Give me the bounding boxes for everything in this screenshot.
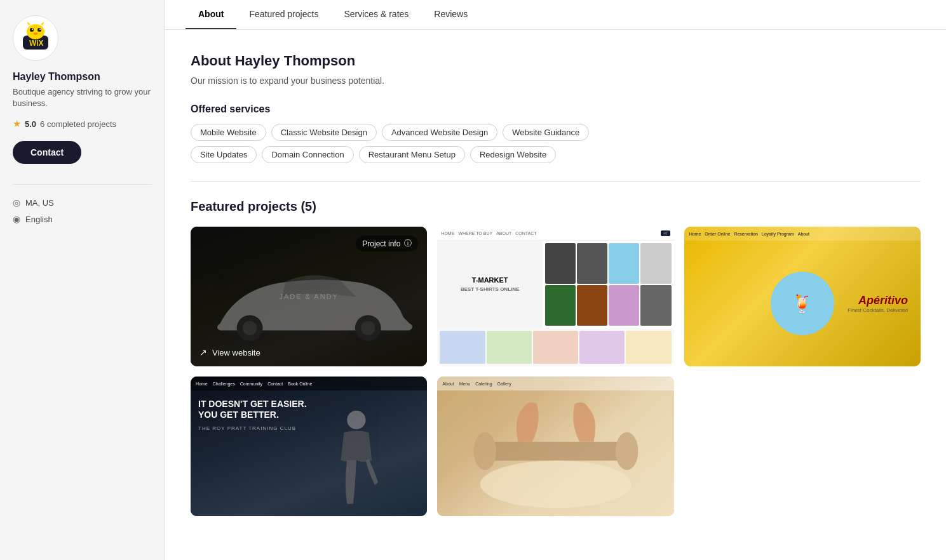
sidebar: WiX Hayley Thompson Boutique agency stri… [0, 0, 165, 560]
svg-point-3 [37, 28, 41, 32]
profile-logo: WiX [13, 15, 58, 61]
svg-point-6 [34, 32, 37, 35]
service-classic-website: Classic Website Design [271, 124, 377, 141]
service-restaurant-menu: Restaurant Menu Setup [359, 146, 465, 163]
completed-projects: 6 completed projects [40, 119, 116, 129]
about-mission: Our mission is to expand your business p… [191, 76, 921, 86]
language-text: English [25, 215, 53, 224]
offered-services-title: Offered services [191, 103, 921, 115]
external-link-icon: ↗ [199, 347, 207, 357]
project-card-4[interactable]: HomeChallengesCommunityContactBook Onlin… [191, 377, 427, 516]
info-icon: ⓘ [404, 238, 412, 249]
service-redesign-website: Redesign Website [470, 146, 556, 163]
profile-description: Boutique agency striving to grow your bu… [13, 86, 152, 109]
section-divider [191, 181, 921, 182]
project-card-1[interactable]: JADE & ANDY Project info ⓘ ↗ View websit… [191, 227, 427, 366]
profile-rating: ★ 5.0 6 completed projects [13, 118, 152, 130]
location-icon: ◎ [13, 197, 20, 208]
nav-services-rates[interactable]: Services & rates [331, 0, 421, 29]
nav-featured-projects[interactable]: Featured projects [236, 0, 331, 29]
wix-logo-icon: WiX [18, 20, 53, 56]
svg-marker-8 [41, 22, 44, 25]
location-text: MA, US [25, 198, 54, 208]
sidebar-divider [13, 184, 152, 185]
svg-point-1 [27, 24, 44, 39]
view-website-label[interactable]: View website [212, 348, 260, 357]
project-card-2[interactable]: HOMEWHERE TO BUYABOUTCONTACT 🛒 T-MARKETB… [437, 227, 673, 366]
svg-marker-7 [27, 22, 30, 25]
main-content: About Featured projects Services & rates… [165, 0, 946, 560]
service-domain-connection: Domain Connection [262, 146, 353, 163]
svg-point-18 [473, 432, 496, 470]
service-mobile-website: Mobile Website [191, 124, 266, 141]
svg-point-4 [32, 29, 33, 30]
location-item: ◎ MA, US [13, 197, 152, 208]
project-card-5[interactable]: AboutMenuCateringGallery [437, 377, 673, 516]
contact-button[interactable]: Contact [13, 141, 81, 164]
service-website-guidance: Website Guidance [503, 124, 589, 141]
svg-point-2 [30, 28, 34, 32]
language-item: ◉ English [13, 214, 152, 224]
nav-reviews[interactable]: Reviews [421, 0, 480, 29]
svg-point-19 [615, 432, 638, 470]
project-info-label: Project info [362, 239, 400, 248]
service-tags-row-2: Site Updates Domain Connection Restauran… [191, 146, 921, 163]
rating-value: 5.0 [25, 119, 36, 129]
svg-text:WiX: WiX [29, 39, 44, 48]
top-nav: About Featured projects Services & rates… [165, 0, 946, 30]
profile-name: Hayley Thompson [13, 71, 152, 83]
person-silhouette [325, 404, 388, 516]
star-icon: ★ [13, 118, 21, 130]
language-icon: ◉ [13, 214, 20, 224]
nav-about[interactable]: About [186, 0, 236, 29]
svg-rect-17 [480, 442, 631, 461]
about-title: About Hayley Thompson [191, 53, 921, 69]
project-card-3[interactable]: HomeOrder OnlineReservationLoyalty Progr… [684, 227, 921, 366]
service-advanced-website: Advanced Website Design [382, 124, 497, 141]
content-area: About Hayley Thompson Our mission is to … [165, 30, 946, 539]
rolling-pin-illustration [461, 377, 651, 516]
projects-grid: JADE & ANDY Project info ⓘ ↗ View websit… [191, 227, 921, 516]
project-card-overlay-1: Project info ⓘ ↗ View website [191, 227, 427, 366]
featured-projects-title: Featured projects (5) [191, 199, 921, 214]
sidebar-meta: ◎ MA, US ◉ English [13, 197, 152, 224]
svg-point-16 [347, 411, 365, 429]
svg-point-5 [39, 29, 41, 30]
project-info-badge[interactable]: Project info ⓘ [356, 236, 418, 251]
service-tags-row-1: Mobile Website Classic Website Design Ad… [191, 124, 921, 141]
service-site-updates: Site Updates [191, 146, 257, 163]
svg-point-20 [480, 460, 631, 507]
